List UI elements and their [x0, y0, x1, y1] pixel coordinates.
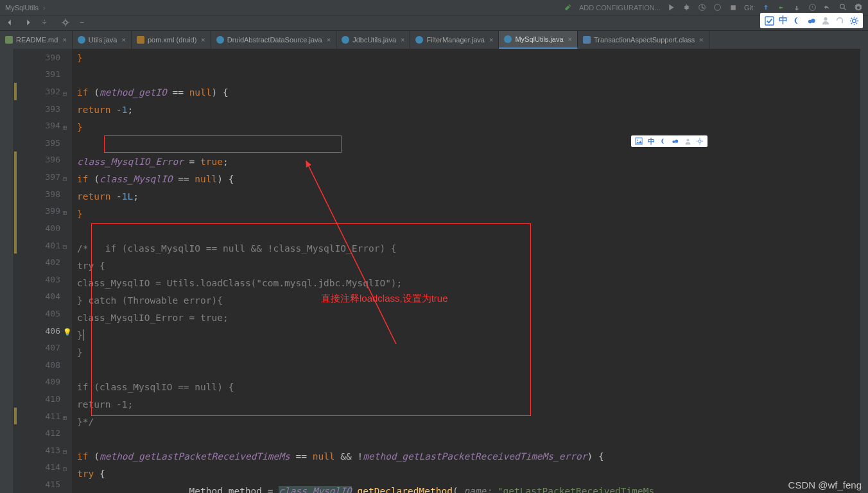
moon-icon[interactable]	[659, 137, 668, 146]
settings-icon[interactable]	[854, 3, 863, 12]
line-number[interactable]: 413	[14, 442, 72, 459]
editor-tabbar[interactable]: README.md×Utils.java×pom.xml (druid)×Dru…	[0, 31, 868, 49]
code-line[interactable]: try {	[72, 257, 868, 274]
code-line[interactable]: }	[72, 49, 868, 66]
tab-utils-java[interactable]: Utils.java×	[73, 31, 132, 49]
line-number[interactable]: 399	[14, 202, 72, 220]
line-number[interactable]: 394	[14, 117, 72, 134]
tab-mysqlutils-java[interactable]: MySqlUtils.java×	[499, 31, 578, 49]
close-icon[interactable]: ×	[699, 36, 703, 44]
code-line[interactable]	[72, 361, 868, 378]
line-number[interactable]: 410	[14, 390, 72, 408]
run-config[interactable]: ADD CONFIGURATION...	[579, 4, 661, 12]
code-line[interactable]: }	[72, 343, 868, 361]
code-line[interactable]: class_MysqlIO_Error = true;	[72, 153, 868, 170]
line-number[interactable]: 392	[14, 83, 72, 100]
line-number[interactable]: 408	[14, 356, 72, 374]
collapse-icon[interactable]: −	[80, 18, 89, 28]
code-line[interactable]: return -1;	[72, 101, 868, 118]
close-icon[interactable]: ×	[327, 36, 331, 44]
code-line[interactable]: }*/	[72, 413, 868, 430]
close-icon[interactable]: ×	[201, 36, 205, 44]
code-line[interactable]	[72, 135, 868, 153]
line-number[interactable]: 402	[14, 254, 72, 271]
expand-icon[interactable]	[63, 412, 71, 420]
code-line[interactable]: }	[72, 118, 868, 135]
expand-icon[interactable]	[63, 207, 71, 215]
line-number[interactable]: 398	[14, 186, 72, 203]
code-line[interactable]: if (method_getLastPacketReceivedTimeMs =…	[72, 447, 868, 465]
collapse-icon[interactable]	[63, 241, 71, 249]
gear-icon[interactable]	[849, 15, 859, 26]
git-commit-icon[interactable]	[777, 3, 786, 12]
tab-transactionaspectsupport-class[interactable]: TransactionAspectSupport.class×	[578, 31, 709, 49]
line-number[interactable]: 390	[14, 49, 72, 66]
code-line[interactable]	[72, 66, 868, 83]
line-number[interactable]: 411	[14, 408, 72, 425]
code-line[interactable]: class_MysqlIO_Error = true;	[72, 309, 868, 326]
line-number[interactable]: 405	[14, 305, 72, 322]
code-line[interactable]: class_MysqlIO = Utils.loadClass("com.mys…	[72, 274, 868, 291]
line-number[interactable]: 409	[14, 374, 72, 391]
cn-icon[interactable]: 中	[778, 15, 788, 26]
tab-readme-md[interactable]: README.md×	[0, 31, 73, 49]
code-line[interactable]: if (class_MysqlIO == null) {	[72, 170, 868, 187]
breadcrumb-item[interactable]: MySqlUtils	[5, 4, 39, 12]
bulb-icon[interactable]	[63, 327, 71, 334]
close-icon[interactable]: ×	[568, 35, 572, 43]
close-icon[interactable]: ×	[62, 36, 66, 44]
line-number[interactable]: 412	[14, 424, 72, 442]
close-icon[interactable]: ×	[401, 36, 404, 44]
coverage-icon[interactable]	[698, 3, 707, 12]
code-line[interactable]: try {	[72, 465, 868, 482]
code-line[interactable]: if (class_MysqlIO == null) {	[72, 378, 868, 395]
collapse-icon[interactable]	[63, 463, 71, 471]
user-icon[interactable]	[683, 137, 692, 146]
tab-druidabstractdatasource-java[interactable]: DruidAbstractDataSource.java×	[211, 31, 336, 49]
left-sidebar[interactable]	[0, 49, 14, 493]
moon-icon[interactable]	[792, 15, 803, 26]
cn-icon[interactable]: 中	[647, 137, 655, 146]
line-number[interactable]: 396	[14, 151, 72, 169]
breadcrumb[interactable]: MySqlUtils ›	[5, 4, 48, 12]
cloud-icon[interactable]	[806, 15, 817, 26]
mini-toolbar[interactable]: 中	[631, 135, 707, 147]
line-number[interactable]: 401	[14, 237, 72, 254]
back-icon[interactable]	[5, 18, 15, 28]
search-icon[interactable]	[838, 3, 847, 12]
code-line[interactable]	[72, 222, 868, 239]
divide-icon[interactable]: ÷	[42, 18, 52, 28]
code-line[interactable]: }	[72, 205, 868, 222]
profile-icon[interactable]	[713, 3, 722, 12]
gear-icon[interactable]	[61, 18, 71, 28]
code-editor[interactable]: 直接注释loadclass,设置为true 中 } if (method_get…	[72, 49, 868, 493]
collapse-icon[interactable]	[63, 446, 71, 454]
code-line[interactable]: /* if (class_MysqlIO == null && !class_M…	[72, 239, 868, 257]
user-icon[interactable]	[820, 15, 831, 26]
rollback-icon[interactable]	[823, 3, 832, 12]
line-number[interactable]: 403	[14, 271, 72, 288]
code-line[interactable]: return -1L;	[72, 187, 868, 205]
close-icon[interactable]: ×	[489, 36, 493, 44]
code-line[interactable]: if (method_getIO == null) {	[72, 83, 868, 101]
forward-icon[interactable]	[24, 18, 33, 28]
expand-icon[interactable]	[63, 122, 71, 130]
play-icon[interactable]	[667, 3, 676, 12]
tab-jdbcutils-java[interactable]: JdbcUtils.java×	[336, 31, 410, 49]
line-number[interactable]: 407	[14, 339, 72, 356]
stop-icon[interactable]	[729, 3, 738, 12]
scrollbar[interactable]	[860, 49, 868, 493]
collapse-icon[interactable]	[63, 173, 71, 181]
history-icon[interactable]	[808, 3, 817, 12]
code-line[interactable]: } catch (Throwable error){	[72, 291, 868, 309]
line-number[interactable]: 391	[14, 66, 72, 83]
gutter[interactable]: 3903913923933943953963973983994004014024…	[14, 49, 72, 493]
cloud-icon[interactable]	[671, 137, 680, 146]
bug-icon[interactable]	[682, 3, 691, 12]
code-line[interactable]	[72, 430, 868, 447]
line-number[interactable]: 395	[14, 134, 72, 151]
hammer-icon[interactable]	[564, 3, 573, 12]
collapse-icon[interactable]	[63, 88, 71, 96]
close-icon[interactable]: ×	[121, 36, 125, 44]
line-number[interactable]: 415	[14, 476, 72, 493]
